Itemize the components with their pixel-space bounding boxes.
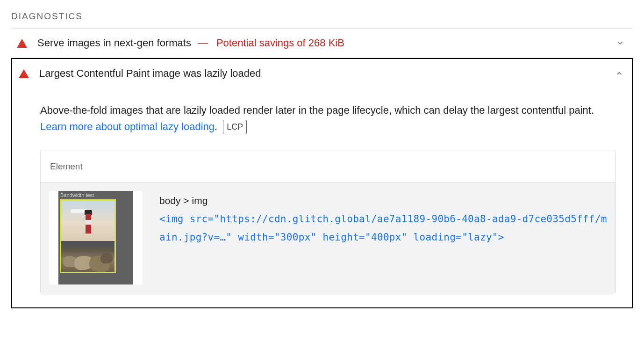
warning-triangle-icon (19, 69, 29, 78)
audit-expanded-panel: Above-the-fold images that are lazily lo… (11, 88, 633, 308)
audit-savings: Potential savings of 268 KiB (216, 37, 344, 49)
element-thumbnail: Bandwidth test (58, 191, 133, 284)
element-details: body > img <img src="https://cdn.glitch.… (159, 191, 607, 247)
element-selector: body > img (159, 192, 607, 210)
element-snippet: <img src="https://cdn.glitch.global/ae7a… (159, 210, 607, 247)
thumbnail-highlight-box (60, 199, 116, 273)
diagnostics-heading: DIAGNOSTICS (11, 11, 633, 29)
thumbnail-label: Bandwidth test (60, 192, 94, 198)
learn-more-link[interactable]: Learn more about optimal lazy loading (40, 121, 215, 132)
audit-item-next-gen-formats[interactable]: Serve images in next-gen formats — Poten… (11, 29, 633, 58)
element-table-header: Element (41, 151, 615, 182)
audit-description: Above-the-fold images that are lazily lo… (40, 102, 616, 135)
audit-title: Largest Contentful Paint image was lazil… (39, 67, 261, 80)
dash-separator: — (198, 37, 208, 49)
lcp-badge: LCP (223, 120, 247, 134)
description-period: . (215, 121, 217, 132)
element-table-row: Bandwidth test body > img (41, 182, 615, 293)
audit-title: Serve images in next-gen formats (37, 37, 191, 49)
description-text: Above-the-fold images that are lazily lo… (40, 104, 594, 116)
chevron-up-icon (615, 69, 623, 78)
chevron-down-icon (616, 39, 624, 47)
element-table: Element Bandwidth test (40, 151, 616, 293)
audit-item-lcp-lazy-loaded[interactable]: Largest Contentful Paint image was lazil… (11, 58, 633, 88)
warning-triangle-icon (17, 39, 27, 48)
element-thumbnail-wrapper: Bandwidth test (49, 191, 143, 284)
